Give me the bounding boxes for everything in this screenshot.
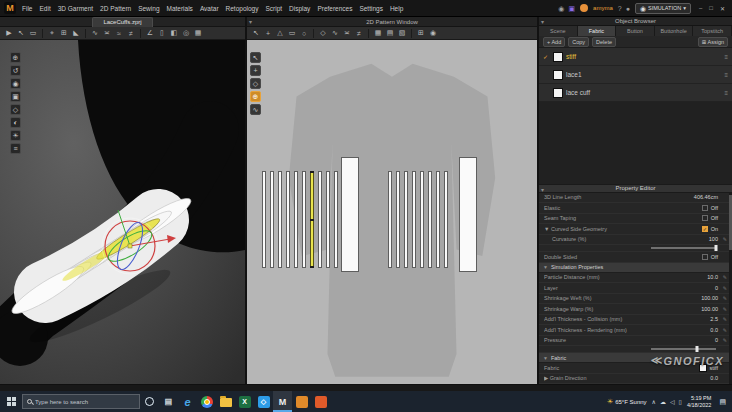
- file-explorer-icon[interactable]: [216, 391, 235, 412]
- pattern-piece[interactable]: [341, 157, 359, 272]
- show-avatar-icon[interactable]: ◉: [10, 78, 21, 89]
- render-mode-icon[interactable]: ◐: [10, 117, 21, 128]
- edit-icon[interactable]: ✎: [721, 316, 727, 322]
- pattern-piece[interactable]: [404, 171, 408, 268]
- pattern-piece-selected[interactable]: [310, 171, 314, 268]
- dart-tool-icon[interactable]: ◇: [318, 28, 328, 39]
- 3d-viewport-canvas[interactable]: [0, 40, 245, 384]
- start-button[interactable]: [0, 391, 22, 412]
- checkbox-icon[interactable]: ✓: [702, 226, 708, 232]
- edit-curvature-tool-icon[interactable]: ∿: [250, 104, 261, 115]
- menu-script[interactable]: Script: [265, 5, 282, 12]
- user-avatar[interactable]: [580, 4, 588, 12]
- app-icon-orange[interactable]: [292, 391, 311, 412]
- pin-box-icon[interactable]: ⊞: [59, 28, 69, 39]
- expander-icon[interactable]: ▼: [543, 264, 548, 270]
- add-point-tool-icon[interactable]: ⊕: [250, 91, 261, 102]
- property-value[interactable]: 0.0: [710, 327, 718, 333]
- menu-settings[interactable]: Settings: [359, 5, 383, 12]
- viewport-menu-icon[interactable]: ≡: [10, 143, 21, 154]
- panel-menu-icon[interactable]: ▾: [249, 18, 252, 25]
- measure-icon[interactable]: ∠: [145, 28, 155, 39]
- notifications-icon[interactable]: ●: [626, 5, 630, 12]
- selection-handle[interactable]: [312, 171, 314, 173]
- pattern-piece[interactable]: [326, 171, 330, 268]
- pattern-piece[interactable]: [396, 171, 400, 268]
- section-simulation-properties[interactable]: ▼Simulation Properties: [539, 263, 732, 273]
- edge-icon[interactable]: e: [178, 391, 197, 412]
- close-button[interactable]: ✕: [717, 5, 728, 12]
- excel-icon[interactable]: X: [235, 391, 254, 412]
- annotate-tool-icon[interactable]: ▧: [397, 28, 407, 39]
- menu-materials[interactable]: Materials: [167, 5, 193, 12]
- segment-sewing-icon[interactable]: ≍: [102, 28, 112, 39]
- taskbar-clock[interactable]: 5:19 PM 4/18/2022: [687, 395, 711, 409]
- fold-arrangement-icon[interactable]: ◣: [71, 28, 81, 39]
- edit-icon[interactable]: ✎: [721, 337, 727, 343]
- edit-icon[interactable]: ✎: [721, 306, 727, 312]
- property-value[interactable]: 100.00: [701, 306, 718, 312]
- pattern-piece[interactable]: [428, 171, 432, 268]
- taskbar-search-box[interactable]: [22, 394, 140, 409]
- circle-tool-icon[interactable]: ○: [299, 28, 309, 39]
- pattern-canvas[interactable]: [247, 40, 537, 384]
- checkbox-icon[interactable]: [702, 215, 708, 221]
- minimize-button[interactable]: –: [696, 5, 705, 11]
- transform-pattern-tool-icon[interactable]: ↖: [250, 52, 261, 63]
- fabric-swatch[interactable]: [699, 364, 707, 372]
- pattern-piece[interactable]: [270, 171, 274, 268]
- pattern-piece[interactable]: [412, 171, 416, 268]
- battery-icon[interactable]: ▯: [679, 398, 682, 405]
- tab-topstitch[interactable]: Topstitch: [693, 26, 732, 36]
- selection-handle[interactable]: [312, 219, 314, 221]
- grid-snap-icon[interactable]: ⊞: [416, 28, 426, 39]
- grade-tool-icon[interactable]: ▤: [385, 28, 395, 39]
- polygon-tool-icon[interactable]: △: [275, 28, 285, 39]
- transform-pattern-icon[interactable]: ↖: [251, 28, 261, 39]
- curve-tool-icon[interactable]: ∿: [330, 28, 340, 39]
- menu-2d-pattern[interactable]: 2D Pattern: [100, 5, 131, 12]
- edit-icon[interactable]: ✎: [721, 274, 727, 280]
- delete-button[interactable]: Delete: [592, 37, 616, 47]
- flatten-icon[interactable]: ◧: [169, 28, 179, 39]
- tab-buttonhole[interactable]: Buttonhole: [655, 26, 694, 36]
- select-mesh-icon[interactable]: ▭: [28, 28, 38, 39]
- help-icon[interactable]: ?: [618, 5, 622, 12]
- detach-sewing-icon[interactable]: ≠: [126, 28, 136, 39]
- pattern-piece[interactable]: [262, 171, 266, 268]
- fabric-row-lace-cuff[interactable]: lace cuff≡: [539, 84, 732, 102]
- grid-icon[interactable]: ▦: [193, 28, 203, 39]
- menu-3d-garment[interactable]: 3D Garment: [58, 5, 93, 12]
- menu-avatar[interactable]: Avatar: [200, 5, 219, 12]
- pattern-piece[interactable]: [302, 171, 306, 268]
- hidden-icons-chevron[interactable]: ∧: [652, 398, 656, 405]
- onedrive-icon[interactable]: ☁: [660, 398, 666, 405]
- fabric-row-stiff[interactable]: ✓stiff≡: [539, 48, 732, 66]
- action-center-icon[interactable]: ▤: [716, 398, 729, 406]
- fabric-row-lace1[interactable]: lace1≡: [539, 66, 732, 84]
- slider[interactable]: [651, 247, 716, 249]
- file-tab[interactable]: LaceCuffs.zprj: [92, 17, 152, 27]
- edit-pattern-icon[interactable]: +: [263, 28, 273, 39]
- pattern-piece[interactable]: [388, 171, 392, 268]
- property-value[interactable]: 2.5: [710, 316, 718, 322]
- menu-sewing[interactable]: Sewing: [138, 5, 159, 12]
- info-icon[interactable]: ◉: [428, 28, 438, 39]
- edit-icon[interactable]: ✎: [721, 327, 727, 333]
- panel-menu-icon[interactable]: ▾: [541, 18, 544, 25]
- texture-tool-icon[interactable]: ▦: [373, 28, 383, 39]
- 3d-garment-viewport[interactable]: ⊕↺◉▣◇◐☀≡: [0, 40, 245, 384]
- simulate-icon[interactable]: ▶: [4, 28, 14, 39]
- pattern-piece[interactable]: [459, 157, 477, 272]
- pattern-piece[interactable]: [436, 171, 440, 268]
- light-icon[interactable]: ☀: [10, 130, 21, 141]
- tab-scene[interactable]: Scene: [539, 26, 578, 36]
- marvelous-designer-icon[interactable]: M: [273, 391, 292, 412]
- copy-button[interactable]: Copy: [568, 37, 589, 47]
- zoom-tool-icon[interactable]: ⊕: [10, 52, 21, 63]
- 2d-pattern-window[interactable]: ↖+◇⊕∿: [247, 40, 537, 384]
- notch-tool-icon[interactable]: ≠: [354, 28, 364, 39]
- property-value[interactable]: 10.0: [707, 274, 718, 280]
- property-value[interactable]: 0: [715, 285, 718, 291]
- simulation-button[interactable]: ◉ SIMULATION ▾: [635, 3, 691, 14]
